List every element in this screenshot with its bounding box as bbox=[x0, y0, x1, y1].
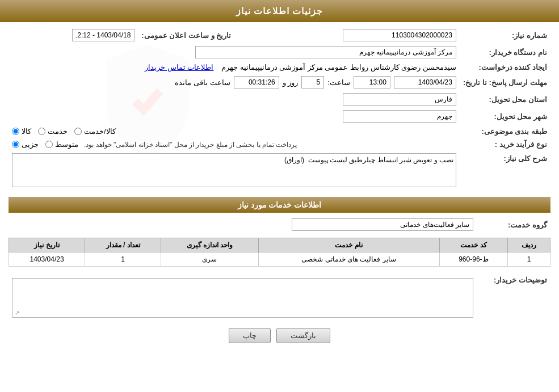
days-input[interactable] bbox=[301, 76, 324, 88]
col-date: تاریخ نیاز bbox=[9, 238, 85, 252]
category-khadamat-option[interactable]: خدمت bbox=[38, 127, 68, 136]
service-group-input[interactable] bbox=[292, 218, 473, 231]
col-row: ردیف bbox=[508, 238, 550, 252]
province-input[interactable] bbox=[343, 93, 456, 106]
buyer-notes-label: توضیحات خریدار: bbox=[477, 272, 550, 320]
services-table: ردیف کد خدمت نام خدمت واحد اندازه گیری ت… bbox=[9, 238, 550, 267]
service-group-label: گروه خدمت: bbox=[477, 216, 550, 233]
cell-unit: سری bbox=[161, 252, 259, 267]
category-both-label: کالا/خدمت bbox=[84, 127, 116, 136]
response-date-input[interactable] bbox=[394, 76, 456, 88]
table-row: 1ط-96-960سایر فعالیت های خدماتی شخصیسری1… bbox=[9, 252, 550, 267]
category-label: طبقه بندی موضوعی: bbox=[460, 125, 550, 138]
city-input[interactable] bbox=[343, 110, 456, 123]
need-number-input[interactable] bbox=[343, 29, 456, 41]
purchase-type-motavasset[interactable]: متوسط bbox=[45, 140, 78, 149]
purchase-type-note: پرداخت تمام یا بخشی از مبلغ خریدار از مح… bbox=[84, 141, 297, 149]
general-desc-textarea[interactable]: نصب و تعویض شیر انبساط چیلرطبق لیست پیوس… bbox=[12, 153, 456, 187]
creator-value: سیدمحسن رضوی کارشناس روابط عمومی مرکز آم… bbox=[221, 63, 456, 71]
resize-icon: ↗ bbox=[15, 310, 19, 316]
cell-quantity: 1 bbox=[85, 252, 161, 267]
col-quantity: تعداد / مقدار bbox=[85, 238, 161, 252]
contact-link[interactable]: اطلاعات تماس خریدار bbox=[145, 63, 213, 71]
remaining-label: ساعت باقی مانده bbox=[175, 78, 230, 87]
col-name: نام خدمت bbox=[258, 238, 439, 252]
cell-name: سایر فعالیت های خدماتی شخصی bbox=[258, 252, 439, 267]
purchase-type-jozii-label: جزیی bbox=[22, 140, 39, 149]
announcement-input[interactable] bbox=[72, 29, 135, 41]
buyer-notes-area: ↗ bbox=[12, 278, 473, 318]
purchase-type-label: نوع فرآیند خرید : bbox=[460, 138, 550, 151]
purchase-type-motavasset-label: متوسط bbox=[55, 140, 78, 149]
category-kala-option[interactable]: کالا bbox=[12, 127, 31, 136]
days-label: روز و bbox=[283, 78, 299, 87]
need-number-label: شماره نیاز: bbox=[460, 27, 550, 44]
city-label: شهر محل تحویل: bbox=[460, 108, 550, 125]
buyer-org-input[interactable] bbox=[195, 46, 456, 58]
category-khadamat-label: خدمت bbox=[48, 127, 68, 136]
cell-code: ط-96-960 bbox=[439, 252, 508, 267]
services-section-title: اطلاعات خدمات مورد نیاز bbox=[9, 197, 550, 213]
category-both-option[interactable]: کالا/خدمت bbox=[74, 127, 116, 136]
province-label: استان محل تحویل: bbox=[460, 91, 550, 108]
bottom-buttons: بازگشت چاپ bbox=[9, 328, 550, 343]
announcement-label: تاریخ و ساعت اعلان عمومی: bbox=[138, 27, 234, 44]
col-unit: واحد اندازه گیری bbox=[161, 238, 259, 252]
col-code: کد خدمت bbox=[439, 238, 508, 252]
general-desc-label: شرح کلی نیاز: bbox=[460, 151, 550, 191]
buyer-org-label: نام دستگاه خریدار: bbox=[460, 44, 550, 61]
cell-row: 1 bbox=[508, 252, 550, 267]
creator-label: ایجاد کننده درخواست: bbox=[460, 61, 550, 74]
cell-date: 1403/04/23 bbox=[9, 252, 85, 267]
page-title: جزئیات اطلاعات نیاز bbox=[0, 0, 559, 22]
category-kala-label: کالا bbox=[22, 127, 31, 136]
purchase-type-jozii[interactable]: جزیی bbox=[12, 140, 39, 149]
print-button[interactable]: چاپ bbox=[229, 328, 271, 343]
response-time-label: ساعت: bbox=[327, 78, 350, 87]
response-time-input[interactable] bbox=[354, 76, 390, 88]
remaining-input[interactable] bbox=[234, 76, 279, 88]
back-button[interactable]: بازگشت bbox=[276, 328, 330, 343]
response-date-label: مهلت ارسال پاسخ: تا تاریخ: bbox=[460, 74, 550, 91]
